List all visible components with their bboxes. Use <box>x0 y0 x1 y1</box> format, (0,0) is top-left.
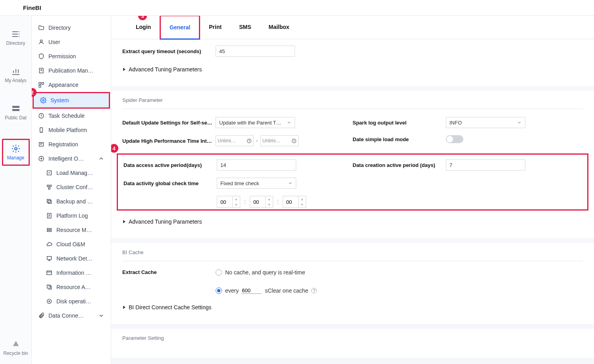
sidebar-permission[interactable]: Permission <box>32 49 111 63</box>
rail-myanalysis[interactable]: My Analys <box>2 64 30 86</box>
panel-extract: Extract query timeout (seconds) Advanced… <box>111 39 594 86</box>
every-input[interactable] <box>242 287 262 294</box>
disclose-advanced-2[interactable]: Advanced Tuning Parameters <box>122 216 583 227</box>
date-simple-toggle[interactable] <box>446 135 463 143</box>
default-update-select[interactable]: Update with the Parent T… <box>216 117 295 128</box>
sidebar-directory[interactable]: Directory <box>32 21 111 35</box>
spin-down-icon[interactable]: ▼ <box>299 202 306 207</box>
tab-print[interactable]: Print <box>200 16 230 39</box>
database-icon <box>11 104 21 113</box>
hp-start-input[interactable]: Unlimi… <box>216 135 254 146</box>
extract-timeout-input[interactable] <box>216 46 295 57</box>
data-creation-input[interactable] <box>446 159 525 171</box>
sidebar-resourcea[interactable]: Resource A… <box>32 280 111 294</box>
sidebar-publication[interactable]: Publication Man… <box>32 63 111 78</box>
sidebar-backup[interactable]: Backup and … <box>32 194 111 209</box>
svg-rect-1 <box>12 109 19 111</box>
select-value: Update with the Parent T… <box>219 120 282 126</box>
sidebar-cluster[interactable]: Cluster Conf… <box>32 180 111 194</box>
tab-sms[interactable]: SMS <box>230 16 260 39</box>
svg-point-2 <box>15 148 17 150</box>
tab-general[interactable]: General <box>160 16 200 40</box>
svg-rect-24 <box>47 285 50 288</box>
radio-label: every <box>225 287 239 294</box>
sidebar-item-label: Appearance <box>48 82 79 88</box>
sidebar-cloudom[interactable]: Cloud O&M <box>32 237 111 251</box>
sidebar-intelligent[interactable]: Intelligent O… <box>32 151 111 166</box>
rail-label: My Analys <box>5 78 27 83</box>
sidebar-information[interactable]: Information … <box>32 266 111 280</box>
sidebar-system[interactable]: System <box>33 92 110 109</box>
sidebar-resourcem[interactable]: Resource M… <box>32 223 111 237</box>
caret-right-icon <box>122 305 126 309</box>
spin-down-icon[interactable]: ▼ <box>266 202 273 207</box>
help-icon[interactable]: ? <box>311 288 317 293</box>
sidebar-item-label: Resource M… <box>56 227 92 233</box>
sidebar-item-label: Load Manag… <box>56 170 93 176</box>
svg-rect-20 <box>47 228 52 230</box>
sidebar-task[interactable]: Task Schedule <box>32 109 111 123</box>
sidebar-registration[interactable]: Registration <box>32 137 111 151</box>
spin-down-icon[interactable]: ▼ <box>233 202 240 207</box>
sidebar-item-label: Intelligent O… <box>48 155 84 162</box>
radio-label: No cache, and query is real-time <box>225 269 305 276</box>
spin-up-icon[interactable]: ▲ <box>266 196 273 202</box>
disclose-advanced-1[interactable]: Advanced Tuning Parameters <box>122 64 583 75</box>
sidebar-networkdet[interactable]: Network Det… <box>32 251 111 266</box>
gear-icon <box>11 144 21 153</box>
svg-rect-5 <box>39 82 41 84</box>
svg-point-8 <box>42 100 44 101</box>
disclose-bidirect[interactable]: BI Direct Connect Cache Settings <box>122 302 583 313</box>
rail-publicdata[interactable]: Public Dat <box>2 102 30 123</box>
spark-select[interactable]: INFO <box>446 117 525 128</box>
sidebar-item-label: User <box>48 39 60 45</box>
spin-up-icon[interactable]: ▲ <box>233 196 240 202</box>
disk-icon <box>46 298 52 305</box>
seconds-input[interactable] <box>283 199 298 205</box>
global-check-select[interactable]: Fixed time check <box>217 178 296 189</box>
user-icon <box>38 39 44 45</box>
svg-point-3 <box>40 40 42 42</box>
sidebar-item-label: Permission <box>48 53 76 59</box>
time-colon: : <box>244 199 246 205</box>
rail-directory[interactable]: Directory <box>2 27 30 48</box>
minutes-spinner[interactable]: ▲▼ <box>250 196 273 208</box>
hp-end-input[interactable]: Unlimi… <box>260 135 299 146</box>
sidebar-loadmanage[interactable]: Load Manag… <box>32 166 111 180</box>
resource-icon <box>46 227 52 233</box>
hp-time-label: Update High Performance Time Int… <box>122 138 216 144</box>
sidebar-platformlog[interactable]: Platform Log <box>32 209 111 223</box>
sidebar-item-label: Backup and … <box>56 198 93 205</box>
panel-bicache: BI Cache Extract Cache No cache, and que… <box>111 243 594 324</box>
hours-input[interactable] <box>217 199 232 205</box>
rail-manage[interactable]: Manage <box>2 139 30 166</box>
data-access-input[interactable] <box>217 159 296 171</box>
select-value: INFO <box>449 120 462 126</box>
radio-every[interactable] <box>216 287 222 294</box>
panel-spider: Spider Parameter Default Update Settings… <box>111 91 594 238</box>
placeholder-text: Unlimi… <box>218 138 247 144</box>
sidebar-item-label: Publication Man… <box>48 67 94 74</box>
sidebar-appearance[interactable]: Appearance <box>32 78 111 92</box>
chevron-down-icon <box>517 120 522 125</box>
minutes-input[interactable] <box>250 199 265 205</box>
time-colon: : <box>277 199 279 205</box>
sidebar-dataconne[interactable]: Data Conne… <box>32 308 111 323</box>
rail-recyclebin[interactable]: Recycle bin <box>3 340 28 356</box>
chevron-down-icon <box>98 312 104 319</box>
radio-no-cache[interactable] <box>216 269 222 276</box>
seconds-spinner[interactable]: ▲▼ <box>283 196 306 208</box>
network-icon <box>46 255 52 262</box>
tab-mailbox[interactable]: Mailbox <box>260 16 298 39</box>
sidebar-mobile[interactable]: Mobile Platform <box>32 123 111 137</box>
chevron-up-icon <box>98 155 104 162</box>
dash-separator: - <box>256 138 258 144</box>
spin-up-icon[interactable]: ▲ <box>299 196 306 202</box>
date-simple-label: Date simple load mode <box>353 136 446 142</box>
sidebar-diskop[interactable]: Disk operati… <box>32 294 111 308</box>
hours-spinner[interactable]: ▲▼ <box>217 196 240 208</box>
sidebar-user[interactable]: User <box>32 35 111 49</box>
sidebar: Directory User Permission Publication Ma… <box>32 16 111 364</box>
clock-icon <box>247 138 252 144</box>
spider-heading: Spider Parameter <box>122 97 583 103</box>
